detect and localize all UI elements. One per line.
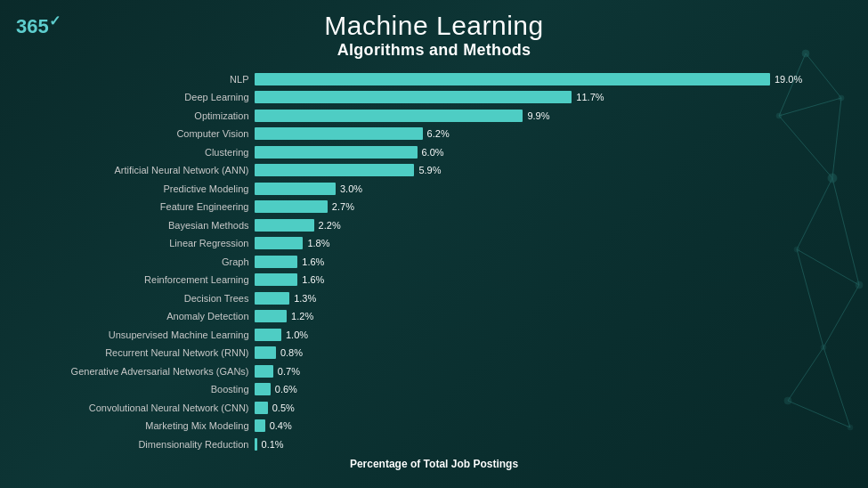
bar (255, 402, 268, 414)
bar-value: 3.0% (340, 183, 362, 194)
bar (255, 219, 314, 232)
bar (255, 73, 771, 85)
bar-label: Feature Engineering (34, 201, 255, 212)
bar-label: Generative Adversarial Networks (GANs) (34, 366, 255, 377)
bar-label: NLP (34, 74, 255, 85)
bar-area: 6.2% (255, 127, 835, 140)
bar-area: 1.6% (255, 256, 835, 268)
bar-label: Clustering (34, 147, 255, 158)
bar (255, 292, 290, 305)
bar-label: Graph (34, 256, 255, 267)
bar-area: 0.4% (255, 419, 835, 432)
bar-area: 19.0% (255, 73, 835, 85)
bar-label: Optimization (34, 110, 255, 121)
bar-area: 1.0% (255, 329, 835, 341)
bar-area: 0.8% (255, 346, 835, 359)
bar-value: 2.7% (332, 201, 354, 212)
bar-area: 2.7% (255, 200, 835, 213)
bar-value: 1.2% (291, 311, 313, 321)
bar-area: 0.1% (255, 438, 835, 451)
bar (255, 91, 572, 103)
bar (255, 383, 271, 395)
bar-area: 3.0% (255, 183, 835, 195)
bar-label: Reinforcement Learning (34, 274, 255, 285)
chart-row: Feature Engineering2.7% (34, 199, 835, 216)
bar-value: 1.6% (302, 256, 324, 267)
chart-row: Dimensionality Reduction0.1% (34, 435, 835, 452)
bar-value: 2.2% (319, 220, 341, 231)
bar-label: Computer Vision (34, 128, 255, 139)
chart-row: Deep Learning11.7% (34, 89, 835, 106)
chart-row: Predictive Modeling3.0% (34, 180, 835, 197)
chart-row: Convolutional Neural Network (CNN)0.5% (34, 399, 835, 416)
bar-label: Convolutional Neural Network (CNN) (34, 403, 255, 413)
bar-label: Predictive Modeling (34, 183, 255, 194)
chart-container: NLP19.0%Deep Learning11.7%Optimization9.… (25, 70, 844, 454)
bar-value: 0.7% (278, 366, 300, 377)
bar (255, 127, 423, 140)
bar-area: 0.5% (255, 402, 835, 414)
bar-value: 0.8% (280, 347, 303, 358)
bar-value: 1.6% (302, 274, 324, 285)
bar-area: 9.9% (255, 110, 835, 122)
bar-value: 9.9% (527, 110, 549, 121)
bar (255, 346, 276, 359)
bar-label: Anomaly Detection (34, 311, 255, 321)
bar-label: Recurrent Neural Network (RNN) (34, 347, 255, 358)
bar (255, 237, 304, 249)
title-section: Machine Learning Algorithms and Methods (324, 11, 544, 60)
bar-label: Unsupervised Machine Learning (34, 329, 255, 340)
bar (255, 273, 298, 286)
bar-value: 6.0% (422, 147, 444, 158)
chart-row: Anomaly Detection1.2% (34, 308, 835, 325)
chart-row: Artificial Neural Network (ANN)5.9% (34, 162, 835, 179)
chart-row: Generative Adversarial Networks (GANs)0.… (34, 362, 835, 379)
bar-value: 11.7% (576, 92, 604, 102)
chart-row: Unsupervised Machine Learning1.0% (34, 326, 835, 343)
bar-area: 1.2% (255, 310, 835, 322)
bar-value: 0.5% (272, 403, 295, 413)
bar-value: 0.4% (270, 420, 292, 431)
bar-label: Boosting (34, 384, 255, 394)
bar-area: 1.8% (255, 237, 835, 249)
chart-row: Decision Trees1.3% (34, 289, 835, 306)
bar (255, 329, 282, 341)
bar-area: 6.0% (255, 146, 835, 159)
chart-row: Linear Regression1.8% (34, 235, 835, 252)
chart-title: Machine Learning (324, 11, 544, 41)
chart-row: Marketing Mix Modeling0.4% (34, 418, 835, 435)
bar-area: 1.3% (255, 292, 835, 305)
bar (255, 146, 418, 159)
bar (255, 256, 298, 268)
chart-row: Optimization9.9% (34, 107, 835, 124)
main-container: Machine Learning Algorithms and Methods … (0, 0, 868, 470)
logo: 365✓ (16, 12, 61, 38)
bar-value: 1.0% (286, 329, 308, 340)
bar-label: Linear Regression (34, 238, 255, 248)
chart-row: Boosting0.6% (34, 381, 835, 398)
bar (255, 200, 328, 213)
bar-label: Deep Learning (34, 92, 255, 102)
bar-area: 5.9% (255, 164, 835, 176)
bar-label: Dimensionality Reduction (34, 439, 255, 450)
chart-row: Computer Vision6.2% (34, 126, 835, 142)
bar-value: 1.8% (307, 238, 329, 248)
chart-row: Clustering6.0% (34, 143, 835, 160)
chart-row: Bayesian Methods2.2% (34, 216, 835, 233)
bar-value: 0.1% (262, 439, 284, 450)
bar-area: 0.7% (255, 365, 835, 378)
logo-checkmark: ✓ (49, 13, 61, 28)
bar-label: Bayesian Methods (34, 220, 255, 231)
bar (255, 164, 415, 176)
bar-value: 6.2% (427, 128, 450, 139)
bar (255, 110, 523, 122)
bar (255, 365, 273, 378)
bar-label: Artificial Neural Network (ANN) (34, 165, 255, 175)
bar-area: 2.2% (255, 219, 835, 232)
bar-value: 0.6% (275, 384, 297, 394)
chart-row: Graph1.6% (34, 253, 835, 270)
bar-value: 5.9% (418, 165, 441, 175)
bar-area: 11.7% (255, 91, 835, 103)
bar-area: 1.6% (255, 273, 835, 286)
logo-text: 365 (16, 15, 49, 37)
